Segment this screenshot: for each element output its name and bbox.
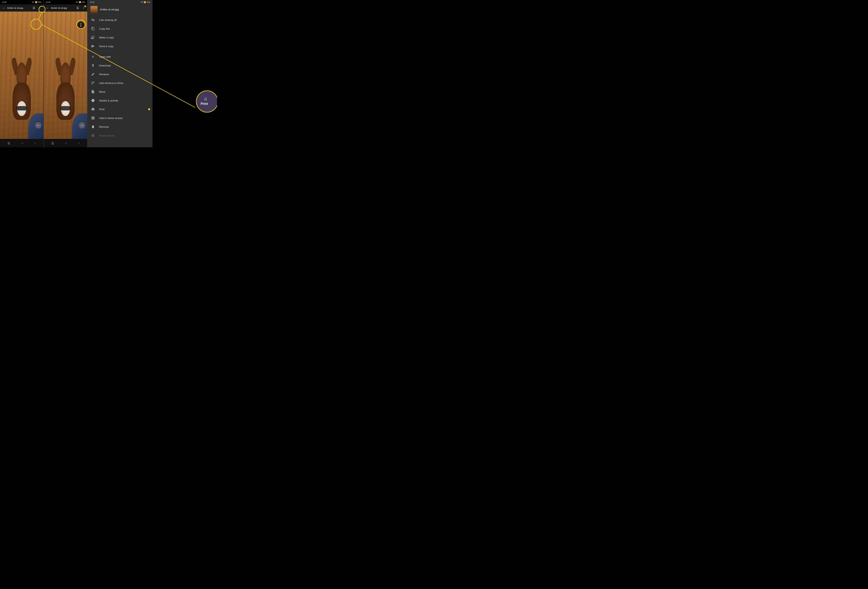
menu-temp: 79° [140,1,143,3]
file-title-2: Amber at vet.jpg [51,7,74,9]
link-sharing-label: Link sharing off [99,19,117,22]
status-time-1: 12:30 [2,1,7,3]
wifi-icon-1: 📶 [35,1,37,3]
file-title-1: Amber at vet.jpg [7,7,30,9]
header-bar-2: ← Amber at vet.jpg ☰ ⋮ [44,4,87,12]
header-icons-2: ☰ ⋮ [76,6,86,10]
open-with-icon [91,54,95,59]
add-shortcut-label: Add shortcut to Drive [99,82,123,85]
menu-item-add-home[interactable]: Add to Home screen [88,113,152,122]
battery-2: 70% [82,1,85,3]
nav-bar-1: ||| ○ ‹ [0,139,43,147]
temp-1: 79° [32,1,34,3]
wifi-icon-2: 📶 [79,1,81,3]
delete-icon [91,125,95,129]
back-button-1[interactable]: ← [1,6,6,10]
svg-text:🖨: 🖨 [204,97,207,101]
move-icon [91,90,95,94]
dog-torso-1 [13,82,31,120]
header-icons-1: ☰ ⋮ [32,6,42,10]
menu-status-bar: 12:31 79° 📶 70% [88,0,152,4]
nav-home-2[interactable]: ○ [65,141,67,145]
menu-battery: 70% [146,1,150,3]
download-label: Download [99,64,111,67]
status-right-1: 79° 📶 70% [32,1,41,3]
menu-item-remove[interactable]: Remove [88,122,152,131]
fab-button-2[interactable]: ✏ [79,122,85,128]
menu-item-rename[interactable]: Rename [88,70,152,79]
menu-item-move[interactable]: Move [88,87,152,96]
menu-item-details[interactable]: Details & activity [88,96,152,105]
menu-item-open-with[interactable]: Open with [88,52,152,61]
open-with-label: Open with [99,55,111,58]
file-thumb-img [90,6,97,13]
more-options-1[interactable]: ⋮ [38,6,42,10]
rename-label: Rename [99,73,109,76]
phone-panel-1: 12:30 79° 📶 70% ← Amber at vet.jpg ☰ ⋮ [0,0,43,147]
dot-2 [80,25,81,25]
three-dots-callout [77,22,84,29]
dot-1 [80,23,81,24]
make-copy-label: Make a copy [99,36,114,39]
info-icon [91,98,95,103]
svg-line-0 [92,19,94,22]
send-copy-icon [91,44,95,49]
add-home-icon [91,116,95,120]
copy-link-label: Copy link [99,27,110,30]
print-icon [91,107,95,112]
file-thumbnail [90,6,97,13]
comment-icon-2[interactable]: ☰ [76,6,80,10]
dot-3 [80,26,81,27]
status-bar-2: 12:30 79° 📶 70% [44,0,87,4]
dog-photo-2 [44,12,87,139]
nav-back-1[interactable]: ‹ [35,141,35,145]
rename-icon [91,72,95,77]
menu-panel: 12:31 79° 📶 70% Amber at vet.jpg [88,0,152,147]
menu-status-time: 12:31 [90,1,94,3]
menu-item-add-shortcut[interactable]: Add shortcut to Drive [88,79,152,87]
menu-item-print[interactable]: Print [88,105,152,113]
menu-file-name: Amber at vet.jpg [100,8,119,11]
more-options-2[interactable]: ⋮ [82,6,86,10]
remove-label: Remove [99,125,109,128]
dog-torso-2 [56,82,75,120]
dog-body-2 [53,62,79,120]
temp-2: 79° [75,1,78,3]
menu-item-link-sharing[interactable]: Link sharing off [88,16,152,24]
download-icon [91,63,95,68]
print-yellow-dot [148,108,150,110]
yellow-dot-header [84,6,86,7]
menu-item-copy-link[interactable]: Copy link [88,24,152,33]
send-copy-label: Send a copy [99,45,114,48]
header-bar-1: ← Amber at vet.jpg ☰ ⋮ [0,4,43,12]
menu-item-make-copy[interactable]: Make a copy [88,33,152,42]
menu-item-report[interactable]: Report abuse [88,131,152,140]
nav-recent-2[interactable]: ||| [52,141,54,145]
dog-body-1 [9,62,35,120]
copy-link-icon [91,27,95,31]
image-area-2: ✏ [44,12,87,139]
svg-point-5 [196,91,217,112]
status-time-2: 12:30 [46,1,50,3]
back-button-2[interactable]: ← [46,6,49,10]
nav-back-2[interactable]: ‹ [78,141,80,145]
nav-recent-1[interactable]: ||| [8,141,10,145]
menu-status-right: 79° 📶 70% [140,1,150,3]
details-label: Details & activity [99,99,118,102]
status-bar-1: 12:30 79° 📶 70% [0,0,43,4]
menu-list: Link sharing off Copy link Make a [88,15,152,147]
make-copy-icon [91,35,95,40]
svg-text:Print: Print [201,102,208,106]
nav-home-1[interactable]: ○ [22,141,23,145]
menu-item-send-copy[interactable]: Send a copy [88,42,152,50]
fab-button-1[interactable]: ✏ [35,122,41,128]
battery-1: 70% [38,1,41,3]
dog-harness-2 [60,106,71,110]
dog-photo-1 [0,12,43,139]
add-home-label: Add to Home screen [99,116,123,119]
dog-harness-1 [16,106,27,110]
comment-icon-1[interactable]: ☰ [32,6,36,10]
print-label: Print [99,108,105,111]
shortcut-icon [91,81,95,85]
menu-item-download[interactable]: Download [88,61,152,70]
